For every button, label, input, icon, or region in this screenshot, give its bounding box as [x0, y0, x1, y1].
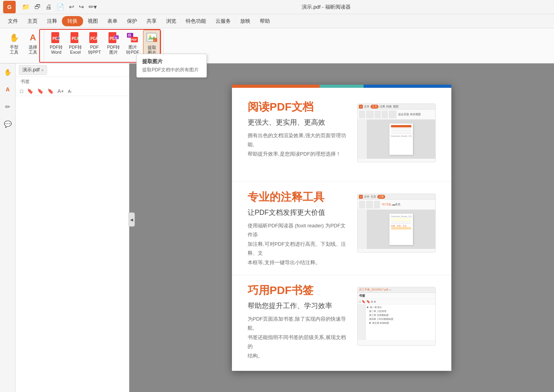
section3-text: 为PDF页面添加书签,除了实现内容的快速导航,书签还能指明不同书签的层级关系,展…	[248, 314, 349, 360]
thumb1-tool2	[366, 111, 374, 118]
thumb2-annotate: 注释	[377, 195, 385, 199]
tooltip-popup: 提取图片 提取PDF文档中的所有图片	[136, 54, 207, 78]
menu-slideshow[interactable]: 放映	[235, 16, 255, 26]
thumb2-logo: G	[359, 195, 363, 199]
thumb3-tool3: 🔖	[366, 300, 370, 303]
pdf-to-image-button[interactable]: PDF 🖼 PDF转图片	[105, 30, 122, 56]
section2-title: 专业的注释工具	[248, 190, 349, 205]
open-icon[interactable]: 📁	[20, 2, 31, 11]
menu-view[interactable]: 视图	[83, 16, 103, 26]
thumb1-view2: 单排视图	[410, 113, 421, 116]
thumb1-tool4	[382, 111, 388, 118]
select-tool-button[interactable]: A 选择工具	[24, 30, 42, 56]
thumb3-sidebar	[358, 305, 366, 340]
pdf-to-image-label: PDF转图片	[107, 45, 120, 55]
image-to-pdf-icon: 🖼 PDF	[127, 31, 139, 44]
color-bar-teal	[320, 85, 364, 88]
bookmark-font-small[interactable]: A-	[67, 88, 73, 94]
section2-text: 使用福昕PDF阅读器 (foxit reader) 为PDF文件添加注释,可对P…	[248, 221, 349, 267]
left-panel: 演示.pdf × 书签 □ 🔖 🔖 🔖 A+ A-	[16, 64, 129, 392]
hand-tool-button[interactable]: ✋ 手型工具	[5, 30, 23, 56]
menu-cloud[interactable]: 云服务	[211, 16, 235, 26]
edit-icon[interactable]: ✏▾	[87, 2, 98, 11]
pdf-to-word-button[interactable]: PDF W PDF转Word	[47, 30, 65, 56]
bookmark-font-large[interactable]: A+	[56, 87, 65, 95]
menu-file[interactable]: 文件	[3, 16, 23, 26]
hand-tool-label: 手型工具	[10, 45, 18, 55]
thumb2-file: 文件	[364, 195, 369, 199]
section2-subtitle: 让PDF文档发挥更大价值	[248, 208, 349, 217]
extract-image-icon: ↓	[146, 32, 158, 44]
redo-icon[interactable]: ↪	[77, 2, 85, 11]
file-tab-close[interactable]: ×	[41, 68, 43, 73]
sidebar-edit-icon[interactable]: ✏	[2, 101, 13, 112]
thumb2-filename: Datasheet_Reader_CN...	[391, 215, 411, 218]
undo-icon[interactable]: ↩	[67, 2, 76, 11]
thumb1-hometab: 主页	[371, 105, 378, 109]
pdf-to-ppt-label: PDF转PPT	[88, 45, 101, 55]
thumb1-tool1	[359, 111, 365, 118]
sidebar-hand-icon[interactable]: ✋	[2, 67, 13, 78]
pdf-to-excel-button[interactable]: PDF E PDF转Excel	[67, 30, 84, 56]
svg-text:E: E	[76, 36, 78, 40]
thumb3-bookmark-label: 书签	[359, 294, 365, 298]
thumb1-merge: 适合页面	[398, 113, 409, 116]
menu-home[interactable]: 主页	[23, 16, 42, 26]
thumb3-tool2: 🔖	[362, 300, 366, 303]
bookmark-icon1[interactable]: 🔖	[26, 87, 34, 95]
file-tab-demo[interactable]: 演示.pdf ×	[19, 65, 47, 75]
menu-special[interactable]: 特色功能	[181, 16, 211, 26]
pdf-to-image-icon: PDF 🖼	[107, 31, 120, 44]
title-bar: G 📁 🗗 🖨 📄 ↩ ↪ ✏▾ 演示.pdf - 福昕阅读器	[0, 0, 554, 14]
thumb2-sidebar	[358, 210, 367, 249]
menu-help[interactable]: 帮助	[255, 16, 275, 26]
new-doc-icon[interactable]: 📄	[55, 2, 66, 11]
thumb1-view: 视图	[393, 105, 398, 109]
bookmark-icon3[interactable]: 🔖	[46, 87, 55, 95]
thumb1-sidebar	[358, 120, 367, 159]
menu-share[interactable]: 共享	[142, 16, 161, 26]
thumb1-tool5	[389, 111, 396, 118]
section1-subtitle: 更强大、更实用、更高效	[248, 118, 349, 127]
content-area: 阅读PDF文档 更强大、更实用、更高效 拥有出色的文档渲染效果,强大的页面管理功…	[129, 64, 554, 392]
thumb2-doc: Datasheet_Reader_CN... 免费、快速、安全	[367, 210, 435, 249]
select-tool-label: 选择工具	[29, 45, 37, 55]
image-to-pdf-button[interactable]: 🖼 PDF 图片转PDF	[124, 30, 141, 56]
bookmark-toolbar: □ 🔖 🔖 🔖 A+ A-	[16, 87, 129, 96]
menu-protect[interactable]: 保护	[122, 16, 142, 26]
thumb1-annotate: 注释	[380, 105, 385, 109]
sidebar-select-icon[interactable]: A	[2, 84, 13, 95]
preview-section-2: 专业的注释工具 让PDF文档发挥更大价值 使用福昕PDF阅读器 (foxit r…	[232, 182, 451, 275]
section3-subtitle: 帮助您提升工作、学习效率	[248, 301, 349, 310]
select-tool-icon: A	[27, 31, 39, 44]
print-icon[interactable]: 🖨	[44, 3, 53, 11]
menu-browse[interactable]: 浏览	[161, 16, 181, 26]
bookmark-icon2[interactable]: 🔖	[36, 87, 45, 95]
thumb3-tool5: A	[374, 300, 376, 303]
sidebar-comment-icon[interactable]: 💬	[2, 118, 13, 129]
thumb3-tool1: □	[359, 300, 361, 303]
main-area: ✋ A ✏ 💬 演示.pdf × 书签 □ 🔖 🔖 🔖 A+ A- ◀	[0, 64, 554, 392]
ribbon-group-tools: ✋ 手型工具 A 选择工具	[3, 30, 44, 62]
panel-collapse-button[interactable]: ◀	[129, 212, 135, 227]
window-icon[interactable]: 🗗	[33, 3, 42, 11]
bookmark-new-icon[interactable]: □	[19, 87, 24, 95]
pdf-to-ppt-button[interactable]: PDF P PDF转PPT	[86, 30, 103, 56]
extract-image-button[interactable]: ↓ 提取图片	[143, 30, 161, 57]
pdf-to-word-label: PDF转Word	[50, 45, 63, 55]
thumb2-free-text: 免费、快速、安全	[391, 225, 411, 227]
bookmark-label: 书签	[16, 77, 129, 87]
section1-title: 阅读PDF文档	[248, 100, 349, 114]
menu-convert[interactable]: 转换	[62, 16, 83, 26]
hand-tool-icon: ✋	[8, 31, 20, 44]
ribbon: ✋ 手型工具 A 选择工具 PDF W PDF转Word	[0, 28, 554, 64]
preview-section-3: 巧用PDF书签 帮助您提升工作、学习效率 为PDF页面添加书签,除了实现内容的快…	[232, 275, 451, 368]
menu-forms[interactable]: 表单	[103, 16, 122, 26]
pdf-to-excel-icon: PDF E	[69, 31, 82, 44]
color-bar-orange	[232, 85, 320, 88]
thumb1-filemenu: 文件	[364, 105, 369, 109]
menu-annotate[interactable]: 注释	[42, 16, 62, 26]
thumb3-filepath: 员工手册_20120917.pdf	[359, 288, 388, 292]
thumb2-tool2	[366, 201, 373, 209]
thumb1-convert: 转换	[386, 105, 392, 109]
